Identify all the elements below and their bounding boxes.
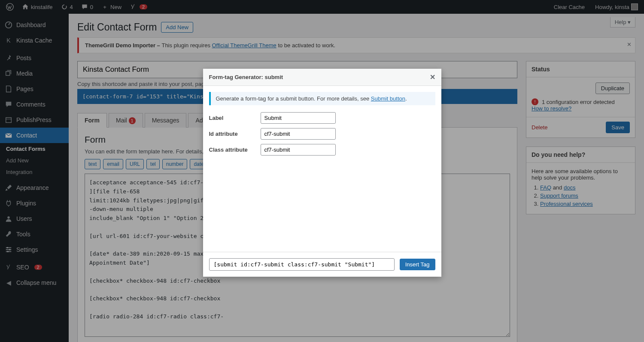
modal-overlay: Form-tag Generator: submit ✕ Generate a … (0, 0, 644, 342)
insert-tag-button[interactable]: Insert Tag (400, 259, 435, 270)
label-label: Label (209, 115, 261, 121)
id-label: Id attribute (209, 131, 261, 137)
submit-button-doc-link[interactable]: Submit button (371, 95, 405, 102)
class-input[interactable] (261, 144, 336, 156)
class-label: Class attribute (209, 147, 261, 153)
tag-output-input[interactable] (209, 258, 395, 271)
modal-info: Generate a form-tag for a submit button.… (209, 92, 435, 105)
modal-close-icon[interactable]: ✕ (430, 73, 435, 81)
id-input[interactable] (261, 128, 336, 140)
modal-title: Form-tag Generator: submit (209, 74, 283, 80)
form-tag-modal: Form-tag Generator: submit ✕ Generate a … (203, 69, 441, 277)
label-input[interactable] (261, 112, 336, 124)
